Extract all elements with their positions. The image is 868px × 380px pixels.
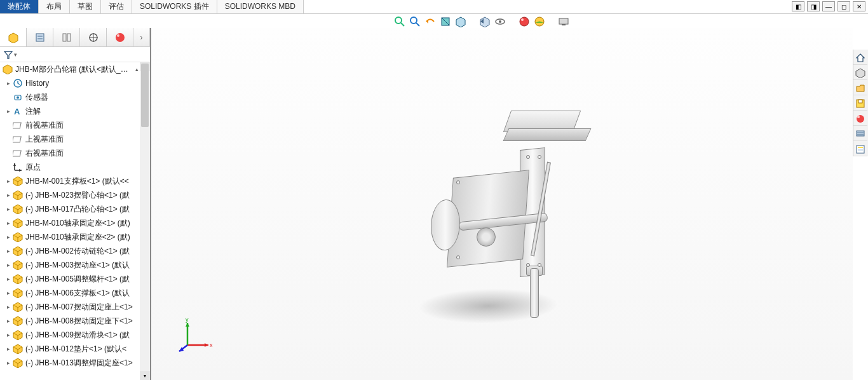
- save-icon: [855, 98, 865, 109]
- tree-node[interactable]: ▸(-) JHB-M-023摆臂心轴<1> (默: [0, 188, 150, 202]
- tree-node[interactable]: ▸(-) JHB-M-002传动链轮<1> (默: [0, 244, 150, 258]
- tree-node-label: JHB-M-010轴承固定座<1> (默): [25, 218, 130, 229]
- fm-tab-config[interactable]: [53, 28, 80, 46]
- appearance-icon[interactable]: [519, 16, 530, 27]
- expander-icon[interactable]: ▸: [5, 192, 11, 198]
- expander-icon[interactable]: ▸: [5, 318, 11, 324]
- scene-icon[interactable]: [534, 16, 545, 27]
- menu-tab-layout[interactable]: 布局: [39, 0, 70, 13]
- svg-rect-21: [63, 34, 66, 41]
- svg-rect-107: [858, 147, 863, 148]
- tree-root[interactable]: JHB-M部分凸轮箱 (默认<默认_显示 ▴: [0, 62, 150, 76]
- part-icon: [13, 246, 23, 256]
- menu-tab-sw-mbd[interactable]: SOLIDWORKS MBD: [217, 0, 304, 13]
- tp-save[interactable]: [853, 97, 867, 111]
- menu-tab-assembly[interactable]: 装配体: [0, 0, 39, 13]
- part-icon: [13, 358, 23, 368]
- menu-tab-sketch[interactable]: 草图: [70, 0, 101, 13]
- tree-node[interactable]: ▸JHB-M-010轴承固定座<1> (默): [0, 216, 150, 230]
- expander-icon[interactable]: ▸: [5, 178, 11, 184]
- tree-node[interactable]: ▸(-) JHB-M-012垫片<1> (默认<: [0, 342, 150, 356]
- tree-node[interactable]: ▸A注解: [0, 104, 150, 118]
- tree-node[interactable]: ▸JHB-M-001支撑板<1> (默认<<: [0, 174, 150, 188]
- sensor-icon: [13, 92, 23, 102]
- svg-rect-103: [857, 131, 864, 136]
- tp-appearances[interactable]: [853, 112, 867, 126]
- svg-rect-36: [13, 151, 21, 156]
- tree-node[interactable]: 传感器: [0, 90, 150, 104]
- maximize-button[interactable]: ◻: [837, 1, 850, 11]
- tree-scrollbar[interactable]: ▴ ▾: [140, 62, 150, 380]
- tree-node[interactable]: ▸History: [0, 76, 150, 90]
- view-settings-icon[interactable]: [558, 16, 569, 27]
- expander-icon[interactable]: ▸: [5, 262, 11, 268]
- scroll-thumb[interactable]: [141, 64, 149, 127]
- tp-display[interactable]: [853, 127, 867, 141]
- menu-tab-sw-addins[interactable]: SOLIDWORKS 插件: [132, 0, 217, 13]
- zoom-area-icon[interactable]: [394, 16, 405, 27]
- svg-rect-108: [858, 149, 863, 151]
- previous-view-icon[interactable]: [424, 16, 436, 27]
- appearances-pane-icon: [855, 114, 865, 124]
- view-orient-icon[interactable]: [455, 16, 466, 27]
- fm-tab-appearance[interactable]: [107, 28, 133, 46]
- tp-home[interactable]: [853, 51, 867, 65]
- tp-open[interactable]: [853, 81, 867, 95]
- expander-icon[interactable]: ▸: [5, 206, 11, 212]
- tp-custom-props[interactable]: [853, 142, 867, 156]
- tree-node[interactable]: ▸(-) JHB-M-013调整焊固定座<1>: [0, 356, 150, 370]
- expander-icon[interactable]: ▸: [5, 346, 11, 352]
- tree-node[interactable]: ▸(-) JHB-M-007摆动固定座上<1>: [0, 300, 150, 314]
- expander-icon[interactable]: ▸: [5, 332, 11, 338]
- fm-tab-display[interactable]: [80, 28, 107, 46]
- expander-icon[interactable]: ▸: [5, 290, 11, 296]
- tree-node[interactable]: ▸(-) JHB-M-017凸轮心轴<1> (默: [0, 202, 150, 216]
- tree-node[interactable]: ▸(-) JHB-M-008摆动固定座下<1>: [0, 314, 150, 328]
- hide-show-icon[interactable]: [494, 16, 506, 27]
- expander-icon[interactable]: ▸: [5, 248, 11, 254]
- svg-text:A: A: [14, 107, 20, 116]
- svg-point-32: [17, 97, 19, 99]
- svg-marker-17: [9, 33, 18, 43]
- fm-tab-overflow[interactable]: ›: [133, 28, 150, 46]
- tree-node-label: (-) JHB-M-013调整焊固定座<1>: [25, 358, 133, 369]
- tree-node-label: (-) JHB-M-002传动链轮<1> (默: [25, 246, 130, 257]
- tp-part[interactable]: [853, 66, 867, 80]
- fm-tab-tree[interactable]: [0, 28, 27, 46]
- minimize-button[interactable]: —: [822, 1, 835, 11]
- part-icon: [13, 190, 23, 200]
- tree-node[interactable]: 前视基准面: [0, 118, 150, 132]
- tree-node[interactable]: ▸(-) JHB-M-009摆动滑块<1> (默: [0, 328, 150, 342]
- tree-node[interactable]: ▸(-) JHB-M-003摆动座<1> (默认: [0, 258, 150, 272]
- assembly-icon: [8, 32, 19, 43]
- expander-icon[interactable]: ▸: [5, 80, 11, 86]
- zoom-fit-icon[interactable]: [409, 16, 421, 27]
- scroll-down-button[interactable]: ▾: [140, 371, 150, 380]
- expander-icon[interactable]: ▸: [5, 234, 11, 240]
- expander-icon[interactable]: ▸: [5, 220, 11, 226]
- graphics-viewport[interactable]: x y: [151, 28, 853, 380]
- tree-node[interactable]: 右视基准面: [0, 146, 150, 160]
- fm-tab-property[interactable]: [27, 28, 53, 46]
- tree-node[interactable]: ▸JHB-M-010轴承固定座<2> (默): [0, 230, 150, 244]
- expander-icon[interactable]: ▸: [5, 304, 11, 310]
- tree-node[interactable]: ▸(-) JHB-M-006支撑板<1> (默认: [0, 286, 150, 300]
- feature-manager-panel: › ▾ JHB-M部分凸轮箱 (默认<默认_显示 ▴ ▸History传感器▸A…: [0, 28, 151, 380]
- menu-tab-evaluate[interactable]: 评估: [101, 0, 132, 13]
- tree-node[interactable]: 上视基准面: [0, 132, 150, 146]
- tree-node-label: History: [25, 79, 49, 88]
- filter-icon[interactable]: [4, 50, 13, 59]
- close-button[interactable]: ✕: [853, 1, 865, 11]
- display-style-icon[interactable]: [479, 16, 491, 27]
- dock-right-button[interactable]: ◨: [807, 1, 820, 11]
- expander-icon[interactable]: ▸: [5, 360, 11, 366]
- tree-node[interactable]: ▸(-) JHB-M-005调整螺杆<1> (默: [0, 272, 150, 286]
- dock-left-button[interactable]: ◧: [792, 1, 804, 11]
- svg-text:x: x: [210, 342, 213, 348]
- plane-icon: [13, 120, 23, 130]
- filter-dropdown-icon[interactable]: ▾: [14, 51, 17, 58]
- tree-node[interactable]: 原点: [0, 160, 150, 174]
- section-view-icon[interactable]: [440, 16, 451, 27]
- expander-icon[interactable]: ▸: [5, 108, 11, 114]
- expander-icon[interactable]: ▸: [5, 276, 11, 282]
